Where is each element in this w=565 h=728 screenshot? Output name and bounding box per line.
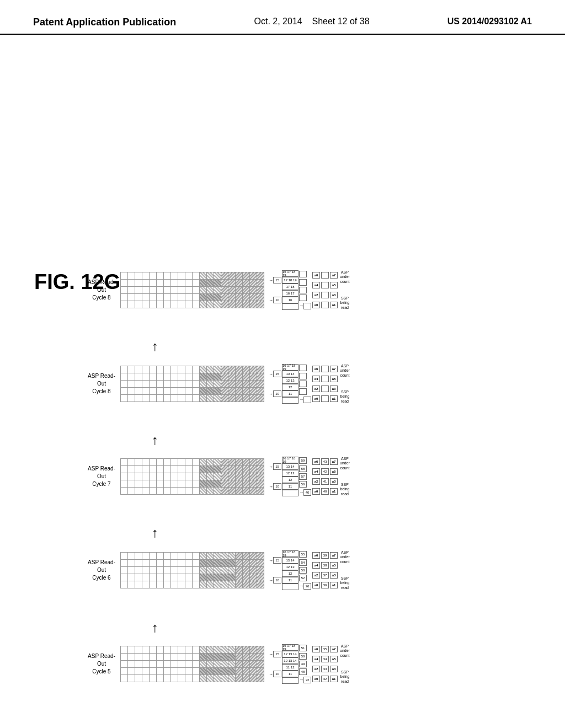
header: Patent Application Publication Oct. 2, 2… [0,0,565,35]
cycle6-grid [120,552,264,588]
cycle8a-data: →15 →10 16 17 18 19 13 14 12 13 12 11 → [269,364,350,404]
cycle5-grid [120,646,264,682]
cycle5-data: →15 →10 16 17 18 19 12 13 14 12 13 14 11… [269,644,350,684]
cycle8b-label: ASP Read-OutCycle 8 [86,279,118,302]
cycle6-label: ASP Read-OutCycle 6 [86,559,118,582]
page: Patent Application Publication Oct. 2, 2… [0,0,565,728]
cycle8b-grid [120,272,264,308]
cycle6-row: ASP Read-OutCycle 6 →15 →10 16 17 18 19 … [86,550,557,590]
publication-title: Patent Application Publication [33,17,176,28]
cycle5-row: ASP Read-OutCycle 5 →15 →10 16 17 18 19 … [86,644,557,684]
arrow-5-6: ↑ [152,620,158,635]
diagram-area: ASP Read-OutCycle 5 →15 →10 16 17 18 19 … [86,83,557,695]
cycle8b-row: ASP Read-OutCycle 8 →15 →10 16 17 18 19 … [86,270,557,310]
cycle8a-grid [120,366,264,402]
cycle7-data: →15 →10 16 17 18 19 13 14 12 13 12 11 59… [269,457,350,496]
cycle8b-data: →15 →10 16 17 18 19 17 18 19 17 18 16 17… [269,270,350,310]
cycle7-label: ASP Read-OutCycle 7 [86,465,118,488]
arrow-8a-8b: ↑ [152,339,158,354]
cycle6-data: →15 →10 16 17 18 19 13 14 12 13 12 11 55… [269,550,350,590]
cycle7-grid [120,458,264,495]
arrow-7-8: ↑ [152,433,158,448]
patent-number: US 2014/0293102 A1 [447,17,532,26]
publication-date: Oct. 2, 2014 Sheet 12 of 38 [254,17,370,26]
cycle8a-row: ASP Read-OutCycle 8 →15 →10 16 17 18 19 … [86,364,557,404]
cycle8a-label: ASP Read-OutCycle 8 [86,372,118,395]
cycle7-row: ASP Read-OutCycle 7 →15 →10 16 17 18 19 … [86,457,557,496]
arrow-6-7: ↑ [152,526,158,540]
cycle5-label: ASP Read-OutCycle 5 [86,652,118,676]
